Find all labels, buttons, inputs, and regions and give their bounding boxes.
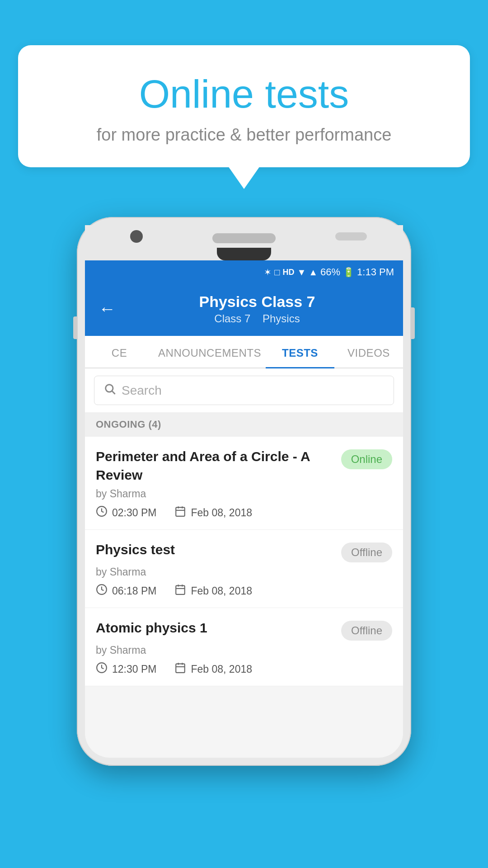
test-date: Feb 08, 2018 bbox=[174, 662, 252, 677]
hd-icon: HD bbox=[282, 268, 294, 277]
test-title: Perimeter and Area of a Circle - A Revie… bbox=[96, 448, 334, 484]
test-date: Feb 08, 2018 bbox=[174, 584, 252, 599]
svg-point-0 bbox=[106, 385, 113, 392]
bubble-title: Online tests bbox=[54, 72, 434, 116]
bubble-subtitle: for more practice & better performance bbox=[54, 125, 434, 145]
power-button bbox=[411, 307, 415, 339]
test-meta: 12:30 PM Feb 08, 2018 bbox=[96, 662, 392, 677]
svg-rect-8 bbox=[176, 585, 185, 594]
tab-tests[interactable]: TESTS bbox=[266, 336, 334, 368]
tab-ce[interactable]: CE bbox=[85, 336, 154, 368]
test-item[interactable]: Physics test Offline by Sharma 06:18 PM bbox=[85, 530, 403, 608]
clock-icon bbox=[96, 584, 108, 599]
time-value: 12:30 PM bbox=[112, 663, 156, 675]
section-ongoing: ONGOING (4) bbox=[85, 412, 403, 437]
search-bar[interactable]: Search bbox=[94, 376, 394, 405]
wifi-icon: ▼ bbox=[297, 267, 306, 278]
search-icon bbox=[103, 382, 116, 398]
sensor bbox=[335, 232, 367, 241]
status-bar: ✶ □ HD ▼ ▲ 66% 🔋 1:13 PM bbox=[85, 260, 403, 284]
calendar-icon bbox=[174, 662, 186, 677]
app-bar: ← Physics Class 7 Class 7 Physics bbox=[85, 284, 403, 336]
phone-screen: ✶ □ HD ▼ ▲ 66% 🔋 1:13 PM ← Physics Class… bbox=[85, 260, 403, 758]
vibrate-icon: □ bbox=[274, 267, 280, 278]
back-button[interactable]: ← bbox=[99, 299, 116, 319]
bubble-tail bbox=[228, 166, 260, 189]
status-icons: ✶ □ HD ▼ ▲ 66% 🔋 1:13 PM bbox=[264, 266, 394, 278]
date-value: Feb 08, 2018 bbox=[191, 663, 252, 675]
phone-mockup: ✶ □ HD ▼ ▲ 66% 🔋 1:13 PM ← Physics Class… bbox=[77, 217, 411, 766]
volume-button bbox=[73, 316, 77, 339]
date-value: Feb 08, 2018 bbox=[191, 507, 252, 519]
test-author: by Sharma bbox=[96, 488, 392, 500]
test-meta: 06:18 PM Feb 08, 2018 bbox=[96, 584, 392, 599]
app-bar-title-section: Physics Class 7 Class 7 Physics bbox=[125, 293, 389, 325]
svg-line-1 bbox=[112, 391, 115, 394]
test-title: Physics test bbox=[96, 541, 334, 559]
test-time: 12:30 PM bbox=[96, 662, 156, 677]
search-placeholder: Search bbox=[122, 383, 162, 398]
battery-text: 66% bbox=[320, 266, 340, 278]
status-badge: Online bbox=[341, 449, 392, 469]
subtitle-class: Class 7 bbox=[214, 312, 250, 325]
test-time: 06:18 PM bbox=[96, 584, 156, 599]
test-title: Atomic physics 1 bbox=[96, 619, 334, 637]
status-badge: Offline bbox=[341, 542, 392, 562]
speech-bubble: Online tests for more practice & better … bbox=[18, 45, 470, 167]
tab-announcements[interactable]: ANNOUNCEMENTS bbox=[154, 336, 266, 368]
test-item-header: Perimeter and Area of a Circle - A Revie… bbox=[96, 448, 392, 484]
date-value: Feb 08, 2018 bbox=[191, 585, 252, 597]
search-container: Search bbox=[85, 368, 403, 412]
time-display: 1:13 PM bbox=[357, 266, 394, 278]
test-item-header: Atomic physics 1 Offline bbox=[96, 619, 392, 641]
front-camera bbox=[130, 230, 143, 243]
app-bar-subtitle: Class 7 Physics bbox=[125, 312, 389, 325]
svg-rect-13 bbox=[176, 664, 185, 673]
clock-icon bbox=[96, 662, 108, 677]
status-badge: Offline bbox=[341, 621, 392, 641]
phone-outer: ✶ □ HD ▼ ▲ 66% 🔋 1:13 PM ← Physics Class… bbox=[77, 217, 411, 766]
time-value: 02:30 PM bbox=[112, 507, 156, 519]
signal-icon: ▲ bbox=[309, 267, 318, 278]
test-date: Feb 08, 2018 bbox=[174, 505, 252, 520]
test-time: 02:30 PM bbox=[96, 505, 156, 520]
calendar-icon bbox=[174, 584, 186, 599]
battery-icon: 🔋 bbox=[343, 267, 354, 278]
test-item[interactable]: Atomic physics 1 Offline by Sharma 12:30… bbox=[85, 608, 403, 686]
test-author: by Sharma bbox=[96, 644, 392, 656]
speaker bbox=[212, 233, 276, 243]
subtitle-subject: Physics bbox=[263, 312, 300, 325]
phone-notch bbox=[217, 248, 271, 260]
tabs-bar: CE ANNOUNCEMENTS TESTS VIDEOS bbox=[85, 336, 403, 368]
phone-top-bar bbox=[85, 225, 403, 248]
test-author: by Sharma bbox=[96, 566, 392, 578]
app-bar-title: Physics Class 7 bbox=[125, 293, 389, 311]
tab-videos[interactable]: VIDEOS bbox=[334, 336, 403, 368]
clock-icon bbox=[96, 505, 108, 520]
calendar-icon bbox=[174, 505, 186, 520]
time-value: 06:18 PM bbox=[112, 585, 156, 597]
test-item[interactable]: Perimeter and Area of a Circle - A Revie… bbox=[85, 437, 403, 530]
svg-rect-3 bbox=[176, 507, 185, 516]
bluetooth-icon: ✶ bbox=[264, 267, 272, 278]
test-item-header: Physics test Offline bbox=[96, 541, 392, 562]
test-meta: 02:30 PM Feb 08, 2018 bbox=[96, 505, 392, 520]
promo-section: Online tests for more practice & better … bbox=[18, 45, 470, 189]
